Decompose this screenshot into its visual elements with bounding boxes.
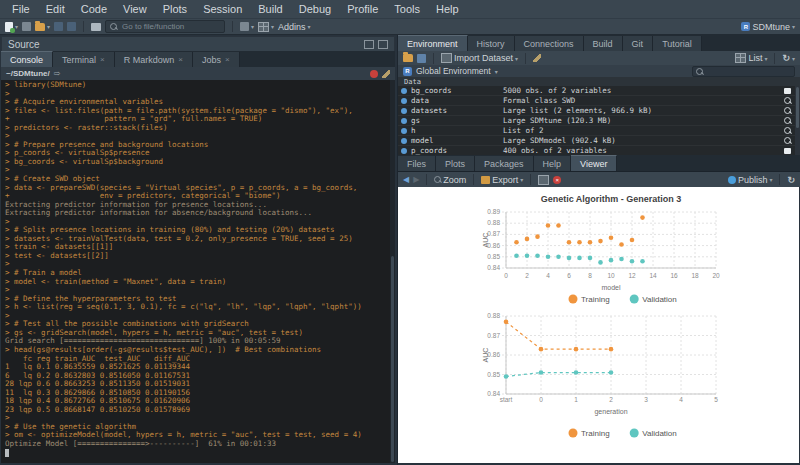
menu-item-help[interactable]: Help [428,0,467,18]
panes-layout-button[interactable]: ▾ [258,21,274,33]
console-scrollbar[interactable] [390,80,395,463]
inspect-object-button[interactable] [784,117,791,124]
toolbar-separator [232,21,233,32]
load-workspace-button[interactable] [403,52,413,64]
console-scrollbar-thumb[interactable] [391,256,394,462]
tab-label: Terminal [62,55,96,65]
tab-viewer[interactable]: Viewer [571,155,617,171]
env-object-bg-coords[interactable]: bg_coords5000 obs. of 2 variables [398,86,800,96]
save-all-icon [67,22,76,31]
tab-history[interactable]: History [468,36,515,51]
menu-item-debug[interactable]: Debug [291,0,339,18]
menu-item-profile[interactable]: Profile [339,0,386,18]
working-directory: ~/SDMtune/ [6,69,50,78]
scope-selector[interactable]: Global Environment [416,66,491,76]
tab-terminal[interactable]: Terminal× [53,52,115,67]
tab-plots[interactable]: Plots [436,156,475,171]
tab-files[interactable]: Files [398,156,436,171]
forward-button[interactable]: ▶ [413,174,419,186]
tab-connections[interactable]: Connections [515,36,584,51]
table-icon [784,88,791,94]
zoom-plot-button[interactable]: Zoom [434,174,466,186]
object-value: 400 obs. of 2 variables [503,146,784,155]
close-icon[interactable]: × [100,55,105,64]
list-view-button[interactable]: List ▾ [735,52,767,64]
close-icon[interactable]: × [178,55,183,64]
clear-environment-button[interactable] [533,52,541,64]
menu-item-session[interactable]: Session [195,0,250,18]
inspect-object-button[interactable] [784,127,791,134]
addins-button[interactable]: Addins▾ [278,21,311,33]
publish-button[interactable]: Publish ▾ [728,174,773,186]
goto-directory-icon[interactable]: ⇨ [54,69,61,78]
restore-pane-icon[interactable] [364,40,374,49]
workspace-icon [240,22,249,31]
toolbar-separator [530,174,531,185]
refresh-viewer-button[interactable]: ↻ [787,174,795,186]
goto-file-input[interactable] [120,21,220,32]
menu-item-build[interactable]: Build [250,0,290,18]
console-output[interactable]: > library(SDMtune)>> # Acquire environme… [1,80,395,463]
print-button[interactable] [91,21,101,33]
menu-item-code[interactable]: Code [73,0,115,18]
clear-console-icon[interactable] [382,70,390,78]
svg-text:Validation: Validation [642,295,677,304]
project-menu-button[interactable]: R SDMtune ▾ [741,21,795,33]
maximize-pane-icon[interactable] [378,40,388,49]
save-all-button[interactable] [67,21,76,33]
svg-text:0: 0 [504,272,508,279]
close-icon[interactable]: × [225,55,230,64]
environment-scrollbar[interactable] [795,86,800,155]
env-object-model[interactable]: modelLarge SDMmodel (902.4 kB) [398,136,800,146]
tab-r-markdown[interactable]: R Markdown× [115,52,193,67]
tab-build[interactable]: Build [584,36,623,51]
console-header-actions [370,70,390,78]
import-dataset-icon [441,53,452,63]
tab-help[interactable]: Help [534,156,572,171]
export-plot-button[interactable]: Export ▾ [481,174,523,186]
svg-text:0.85: 0.85 [487,253,500,260]
svg-text:0.86: 0.86 [487,351,500,358]
open-in-window-button[interactable] [538,174,549,186]
tab-environment[interactable]: Environment [398,35,468,51]
menu-item-edit[interactable]: Edit [38,0,73,18]
env-object-h[interactable]: hList of 2 [398,126,800,136]
tab-jobs[interactable]: Jobs× [193,52,240,67]
svg-text:20: 20 [712,272,720,279]
plot-chart-optimization[interactable]: 0.840.850.860.870.88start012345AUCgenera… [398,309,799,463]
tab-label: Files [407,159,426,169]
menu-item-tools[interactable]: Tools [386,0,428,18]
refresh-environment-button[interactable]: ↻▾ [782,52,795,64]
view-table-button[interactable] [784,88,791,94]
env-object-datasets[interactable]: datasetsLarge list (2 elements, 966.9 kB… [398,106,800,116]
interrupt-stop-icon[interactable] [370,70,378,78]
open-file-button[interactable]: ▾ [35,21,50,33]
toolbar-separator [426,174,427,185]
new-project-button[interactable] [22,21,31,33]
remove-plot-button[interactable]: × [553,174,561,186]
menu-item-view[interactable]: View [115,0,155,18]
tab-tutorial[interactable]: Tutorial [653,36,702,51]
back-button[interactable]: ◀ [403,174,409,186]
plot-chart-generation[interactable]: Genetic Algorithm - Generation 30.840.85… [398,187,799,309]
toolbar-separator [779,174,780,185]
tab-packages[interactable]: Packages [475,156,534,171]
save-button[interactable] [54,21,63,33]
inspect-object-button[interactable] [784,97,791,104]
section-label: Data [404,78,421,86]
tab-git[interactable]: Git [623,36,654,51]
workspace-button[interactable]: ▾ [240,21,254,33]
import-dataset-button[interactable]: Import Dataset ▾ [441,52,518,64]
environment-scrollbar-thumb[interactable] [796,87,799,128]
tab-console[interactable]: Console [1,51,53,67]
environment-search-input[interactable] [706,67,791,76]
view-table-button[interactable] [784,148,791,154]
inspect-object-button[interactable] [784,107,791,114]
env-object-gs[interactable]: gsLarge SDMtune (120.3 MB) [398,116,800,126]
inspect-object-button[interactable] [784,137,791,144]
new-file-button[interactable]: ▾ [5,21,18,33]
save-workspace-button[interactable] [417,52,426,64]
env-object-data[interactable]: dataFormal class SWD [398,96,800,106]
menu-item-plots[interactable]: Plots [155,0,195,18]
menu-item-file[interactable]: File [4,0,38,18]
